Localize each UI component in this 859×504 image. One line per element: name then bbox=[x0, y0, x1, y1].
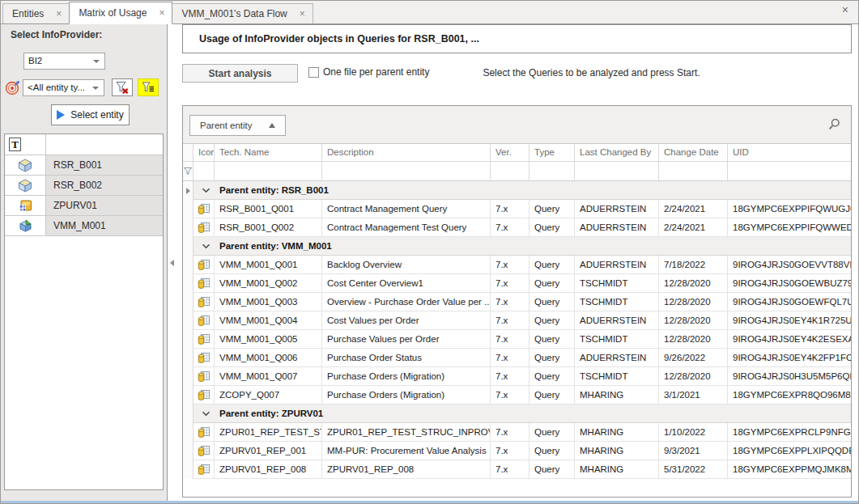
cell-last-changed-by: TSCHMIDT bbox=[575, 367, 659, 386]
tab-matrix-of-usage[interactable]: Matrix of Usage × bbox=[69, 2, 172, 24]
entity-type-dropdown[interactable]: <All entity ty... bbox=[23, 79, 104, 96]
search-icon[interactable] bbox=[828, 118, 840, 130]
cell-type: Query bbox=[529, 256, 575, 274]
cell-uid: 9IROG4JRJS0EY4K1R725UVD1S bbox=[728, 311, 851, 330]
column-header-description[interactable]: Description bbox=[322, 144, 491, 161]
cell-last-changed-by: MHARING bbox=[575, 460, 659, 479]
chevron-down-icon[interactable] bbox=[202, 411, 210, 417]
filter-cell-last-changed-by[interactable] bbox=[575, 162, 659, 180]
infoprovider-row[interactable]: RSR_B001 bbox=[5, 155, 163, 176]
query-row[interactable]: VMM_M001_Q004Cost Values per Order7.xQue… bbox=[183, 311, 851, 330]
row-indicator bbox=[183, 367, 193, 386]
query-row[interactable]: ZPURV01_REP_008ZPURV01_REP_0087.xQueryMH… bbox=[183, 460, 851, 479]
column-header-ver[interactable]: Ver. bbox=[491, 144, 529, 161]
group-row[interactable]: Parent entity: VMM_M001 bbox=[183, 237, 851, 256]
column-header-type[interactable]: Type bbox=[529, 144, 575, 161]
cell-change-date: 1/10/2022 bbox=[659, 423, 728, 442]
cell-uid: 9IROG4JRJS0GOEVVT88VHQR... bbox=[728, 256, 851, 274]
cell-last-changed-by: MHARING bbox=[575, 423, 659, 442]
row-indicator bbox=[183, 311, 193, 330]
group-by-bar: Parent entity bbox=[183, 106, 851, 144]
filter-cell-change-date[interactable] bbox=[659, 162, 728, 180]
filter-cell-tech-name[interactable] bbox=[215, 162, 322, 180]
cell-type: Query bbox=[529, 423, 575, 442]
cell-ver: 7.x bbox=[491, 349, 529, 367]
query-row[interactable]: VMM_M001_Q002Cost Center Overview17.xQue… bbox=[183, 274, 851, 293]
cell-change-date: 7/18/2022 bbox=[659, 256, 728, 274]
cell-description: Contract Management Query bbox=[322, 200, 491, 218]
one-file-checkbox[interactable] bbox=[308, 67, 319, 78]
query-row[interactable]: VMM_M001_Q001Backlog Overview7.xQueryADU… bbox=[183, 256, 851, 274]
query-row[interactable]: ZPUR01_REP_TEST_ST...ZPUR01_REP_TEST_STR… bbox=[183, 423, 851, 442]
column-header-last-changed-by[interactable]: Last Changed By bbox=[575, 144, 659, 161]
cell-tech-name: RSR_B001_Q001 bbox=[215, 200, 322, 218]
tab-entities[interactable]: Entities × bbox=[2, 3, 70, 23]
query-row[interactable]: VMM_M001_Q003Overview - Purchase Order V… bbox=[183, 293, 851, 311]
filter-cell-description[interactable] bbox=[322, 162, 491, 180]
cell-uid: 18GYMPC6EXPPLXIPQQDEWTI... bbox=[728, 442, 851, 460]
tabbar-close-icon[interactable]: × bbox=[842, 4, 848, 15]
query-row[interactable]: VMM_M001_Q007Purchase Orders (Migration)… bbox=[183, 367, 851, 386]
column-header-icon[interactable]: Icon bbox=[193, 144, 215, 161]
cell-tech-name: ZCOPY_Q007 bbox=[215, 386, 322, 404]
cell-icon bbox=[193, 293, 215, 311]
filter-menu-button[interactable] bbox=[138, 78, 159, 96]
infoprovider-row[interactable]: ZPURV01 bbox=[5, 196, 163, 216]
tab-data-flow[interactable]: VMM_M001's Data Flow × bbox=[172, 3, 313, 23]
cell-last-changed-by: TSCHMIDT bbox=[575, 274, 659, 293]
query-icon bbox=[198, 333, 210, 345]
filter-cell-type[interactable] bbox=[529, 162, 575, 180]
column-header-tech-name[interactable]: Tech. Name bbox=[215, 144, 322, 161]
row-indicator bbox=[183, 237, 193, 256]
column-header-change-date[interactable]: Change Date bbox=[659, 144, 728, 161]
filter-row-indicator bbox=[183, 162, 193, 180]
tab-close-icon[interactable]: × bbox=[56, 9, 62, 19]
infoprovider-row[interactable]: RSR_B002 bbox=[5, 176, 163, 196]
query-row[interactable]: VMM_M001_Q006Purchase Order Status7.xQue… bbox=[183, 349, 851, 367]
cell-change-date: 12/28/2020 bbox=[659, 293, 728, 311]
group-by-button[interactable]: Parent entity bbox=[189, 115, 286, 136]
list-header-icon-cell[interactable]: T bbox=[5, 134, 46, 155]
system-dropdown[interactable]: BI2 bbox=[23, 53, 105, 70]
infoprovider-row[interactable]: VMM_M001 bbox=[5, 216, 163, 236]
row-indicator bbox=[183, 404, 193, 423]
clear-filter-button[interactable] bbox=[112, 78, 133, 96]
query-row[interactable]: ZCOPY_Q007Purchase Orders (Migration)7.x… bbox=[183, 386, 851, 404]
filter-cell-icon[interactable] bbox=[193, 162, 215, 180]
start-analysis-button[interactable]: Start analysis bbox=[182, 64, 298, 83]
query-row[interactable]: VMM_M001_Q005Purchase Values per Order7.… bbox=[183, 330, 851, 349]
funnel-icon bbox=[184, 167, 192, 175]
cell-icon bbox=[193, 274, 215, 293]
cell-tech-name: VMM_M001_Q006 bbox=[215, 349, 322, 367]
window-bottom-edge bbox=[1, 501, 858, 503]
cell-description: Overview - Purchase Order Value per ... bbox=[322, 293, 491, 311]
query-row[interactable]: RSR_B001_Q001Contract Management Query7.… bbox=[183, 200, 851, 218]
cell-last-changed-by: ADUERRSTEIN bbox=[575, 218, 659, 237]
tab-close-icon[interactable]: × bbox=[159, 8, 164, 18]
group-row[interactable]: Parent entity: RSR_B001 bbox=[183, 181, 851, 200]
collapse-panel-icon[interactable] bbox=[170, 260, 174, 266]
query-row[interactable]: RSR_B001_Q002Contract Management Test Qu… bbox=[183, 218, 851, 237]
chevron-down-icon[interactable] bbox=[202, 244, 210, 249]
cell-last-changed-by: ADUERRSTEIN bbox=[575, 200, 659, 218]
grid-header-row: IconTech. NameDescriptionVer.TypeLast Ch… bbox=[183, 144, 851, 162]
one-file-checkbox-group: One file per parent entity bbox=[308, 66, 429, 78]
chevron-down-icon[interactable] bbox=[202, 188, 210, 193]
query-icon bbox=[198, 352, 210, 364]
filter-cell-uid[interactable] bbox=[728, 162, 851, 180]
queries-grid: Parent entity IconTech. NameDescriptionV… bbox=[182, 105, 852, 498]
cell-change-date: 12/28/2020 bbox=[659, 330, 728, 349]
select-entity-button[interactable]: Select entity bbox=[51, 104, 130, 125]
cell-type: Query bbox=[529, 330, 575, 349]
tab-close-icon[interactable]: × bbox=[300, 9, 305, 19]
group-row[interactable]: Parent entity: ZPURV01 bbox=[183, 404, 851, 423]
query-row[interactable]: ZPURV01_REP_001MM-PUR: Procurement Value… bbox=[183, 442, 851, 460]
filter-cell-ver[interactable] bbox=[491, 162, 529, 180]
select-entity-label: Select entity bbox=[70, 109, 123, 121]
column-header-uid[interactable]: UID bbox=[728, 144, 851, 161]
infoprovider-icon-cell bbox=[5, 216, 46, 235]
panel-splitter[interactable] bbox=[168, 24, 182, 503]
list-header-name-cell[interactable] bbox=[46, 134, 163, 155]
grid-rows: Parent entity: RSR_B001RSR_B001_Q001Cont… bbox=[183, 181, 851, 497]
infoprovider-name: ZPURV01 bbox=[46, 196, 163, 215]
